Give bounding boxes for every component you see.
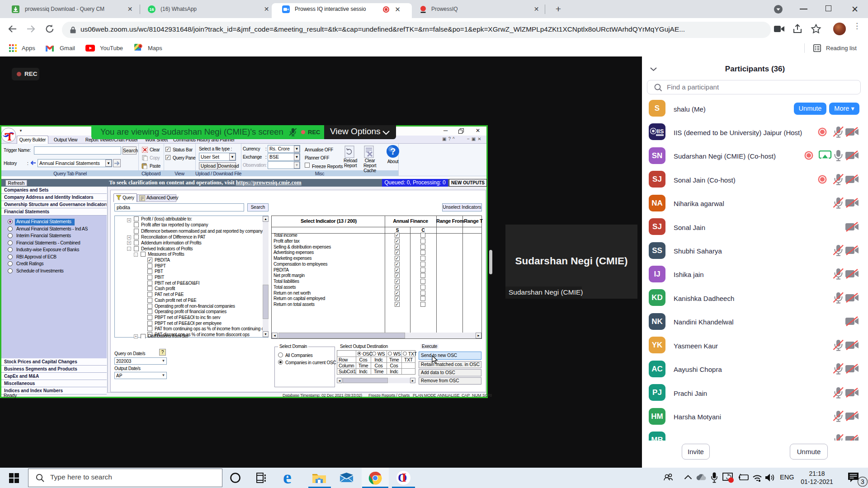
svg-text:?: ?	[390, 146, 396, 156]
svg-text:IIS: IIS	[657, 128, 664, 135]
svg-text:16: 16	[149, 7, 154, 12]
svg-text:3: 3	[861, 478, 864, 485]
